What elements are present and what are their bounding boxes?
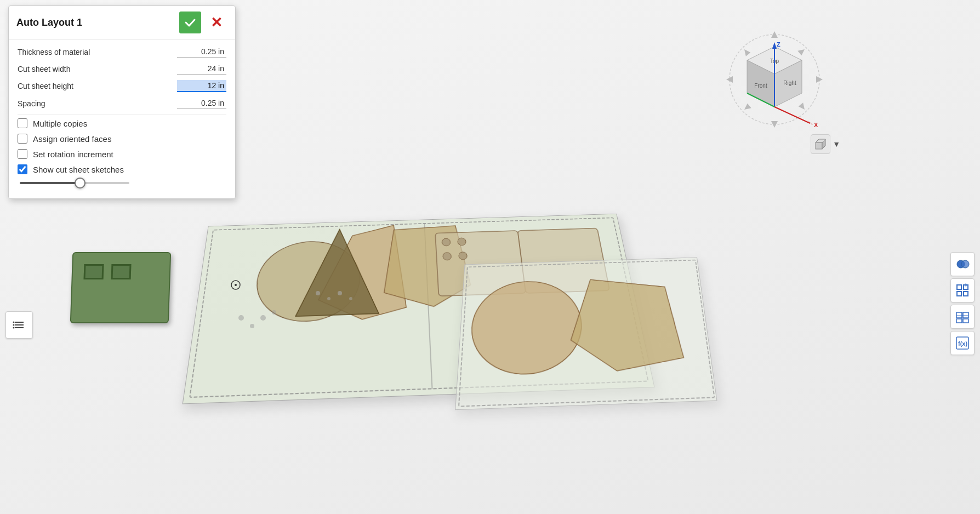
box-grid-icon (955, 310, 970, 324)
grid-icon (955, 283, 970, 298)
cube-face-button[interactable] (811, 134, 830, 154)
crosshair-icon (230, 279, 241, 290)
svg-point-55 (13, 327, 15, 329)
toolbar-btn-box[interactable] (950, 305, 975, 329)
svg-point-8 (442, 238, 451, 246)
svg-marker-31 (742, 48, 750, 56)
assign-faces-row: Assign oriented faces (18, 134, 226, 144)
slider-container (18, 182, 226, 184)
svg-point-54 (13, 324, 15, 326)
cut-width-row: Cut sheet width (18, 63, 226, 75)
svg-point-10 (443, 252, 452, 260)
dialog-title: Auto Layout 1 (16, 17, 82, 28)
cut-width-label: Cut sheet width (18, 65, 71, 73)
svg-rect-64 (963, 312, 968, 318)
checkmark-icon (184, 16, 196, 28)
nav-cube-container: Top Front Right Z X (725, 30, 824, 131)
cube-dropdown-arrow[interactable]: ▼ (833, 140, 840, 149)
cancel-button[interactable]: ✕ (206, 12, 227, 33)
assign-faces-checkbox[interactable] (18, 134, 27, 144)
list-button[interactable] (5, 311, 33, 339)
cut-height-label: Cut sheet height (18, 82, 73, 90)
svg-rect-58 (957, 285, 961, 289)
multiple-copies-checkbox[interactable] (18, 118, 27, 128)
svg-marker-30 (797, 47, 806, 55)
svg-point-53 (13, 322, 15, 323)
nav-cube-svg: Top Front Right Z X (725, 30, 824, 129)
svg-text:f(x): f(x) (958, 340, 967, 347)
svg-text:Front: Front (754, 83, 767, 89)
secondary-sheet-outlines (455, 258, 716, 409)
multiple-copies-label: Multiple copies (33, 119, 87, 128)
dialog-body: Thickness of material Cut sheet width Cu… (9, 39, 235, 198)
set-rotation-checkbox[interactable] (18, 149, 27, 159)
cut-width-input[interactable] (177, 63, 226, 75)
toolbar-btn-fx[interactable]: f(x) (950, 331, 975, 355)
cut-height-row: Cut sheet height (18, 80, 226, 92)
dialog-buttons: ✕ (179, 12, 227, 33)
svg-rect-66 (963, 319, 968, 323)
svg-line-43 (774, 107, 810, 123)
thickness-row: Thickness of material (18, 46, 226, 58)
slider-fill (20, 182, 80, 184)
svg-text:Right: Right (783, 80, 796, 86)
show-sketches-checkbox[interactable] (18, 164, 27, 174)
secondary-sheet (455, 257, 717, 410)
svg-text:Z: Z (777, 41, 780, 48)
spacing-input[interactable] (177, 98, 226, 109)
separator-1 (18, 115, 226, 115)
slider-thumb[interactable] (75, 178, 86, 189)
auto-layout-dialog: Auto Layout 1 ✕ Thickness of material Cu… (8, 5, 236, 199)
svg-rect-63 (956, 312, 962, 318)
confirm-button[interactable] (179, 12, 201, 33)
svg-marker-32 (799, 102, 807, 111)
toolbar-btn-grid[interactable] (950, 278, 975, 302)
svg-marker-62 (964, 283, 968, 287)
list-icon (13, 318, 26, 332)
spacing-label: Spacing (18, 99, 45, 108)
svg-rect-61 (964, 292, 968, 296)
svg-marker-14 (569, 277, 685, 373)
show-sketches-label: Show cut sheet sketches (33, 165, 124, 174)
cut-height-input[interactable] (177, 80, 226, 92)
3d-scene (44, 208, 756, 444)
spacing-row: Spacing (18, 98, 226, 109)
cube-dropdown[interactable]: ▼ (811, 134, 840, 154)
thickness-label: Thickness of material (18, 48, 90, 56)
svg-marker-33 (743, 104, 751, 112)
set-rotation-row: Set rotation increment (18, 149, 226, 159)
svg-rect-60 (957, 292, 961, 296)
svg-point-57 (961, 260, 969, 268)
svg-point-16 (235, 284, 237, 286)
slider-track (20, 182, 129, 184)
green-piece (70, 252, 172, 323)
svg-marker-41 (772, 42, 777, 49)
svg-rect-47 (816, 142, 822, 149)
dialog-header: Auto Layout 1 ✕ (9, 6, 235, 39)
svg-rect-65 (956, 319, 962, 323)
fx-icon: f(x) (955, 336, 970, 350)
toolbar-btn-circles[interactable] (950, 252, 975, 276)
right-toolbar: f(x) (950, 252, 975, 355)
svg-marker-29 (816, 76, 823, 83)
svg-point-13 (469, 280, 583, 376)
show-sketches-row: Show cut sheet sketches (18, 164, 226, 174)
svg-text:X: X (814, 122, 818, 128)
viewport: Top Front Right Z X ▼ (0, 0, 980, 514)
multiple-copies-row: Multiple copies (18, 118, 226, 128)
set-rotation-label: Set rotation increment (33, 150, 113, 159)
svg-marker-27 (771, 121, 778, 128)
cube-icon (814, 138, 827, 150)
thickness-input[interactable] (177, 46, 226, 58)
svg-point-9 (457, 238, 466, 245)
target-point (230, 279, 241, 290)
circles-icon (955, 257, 970, 271)
assign-faces-label: Assign oriented faces (33, 134, 111, 144)
